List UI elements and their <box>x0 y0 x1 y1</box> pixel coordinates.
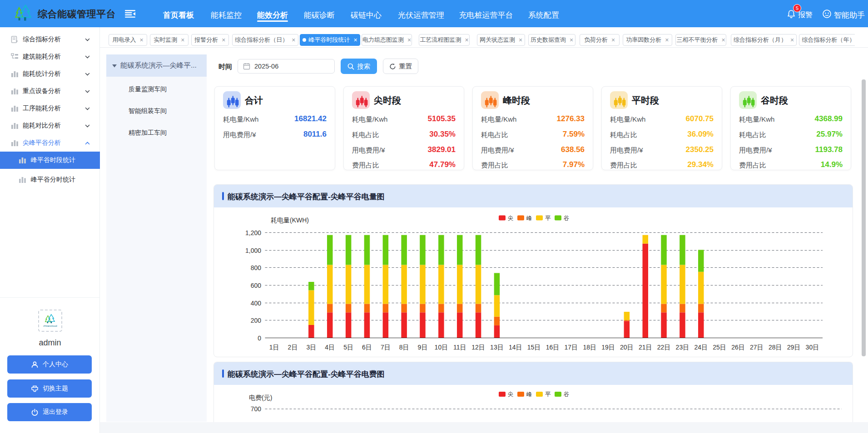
svg-text:平: 平 <box>545 215 551 221</box>
svg-text:2日: 2日 <box>288 344 298 351</box>
svg-text:15日: 15日 <box>527 344 541 351</box>
svg-text:平: 平 <box>545 391 551 398</box>
svg-text:4日: 4日 <box>325 344 335 351</box>
svg-text:28日: 28日 <box>769 344 782 351</box>
svg-text:6日: 6日 <box>362 344 372 351</box>
svg-text:26日: 26日 <box>731 344 745 351</box>
svg-text:13日: 13日 <box>490 344 504 351</box>
svg-text:23日: 23日 <box>676 344 689 351</box>
svg-text:18日: 18日 <box>583 344 596 351</box>
svg-text:22日: 22日 <box>657 344 671 351</box>
svg-text:峰: 峰 <box>526 391 532 398</box>
svg-text:29日: 29日 <box>787 344 801 351</box>
svg-text:3日: 3日 <box>307 344 317 351</box>
svg-text:700: 700 <box>251 405 262 413</box>
svg-text:25日: 25日 <box>713 344 726 351</box>
svg-text:200: 200 <box>251 317 262 324</box>
svg-text:1,200: 1,200 <box>245 229 261 236</box>
svg-text:27日: 27日 <box>750 344 764 351</box>
svg-text:1日: 1日 <box>269 344 279 351</box>
svg-text:24日: 24日 <box>694 344 708 351</box>
svg-text:12日: 12日 <box>471 344 485 351</box>
svg-text:600: 600 <box>251 282 262 289</box>
svg-text:峰: 峰 <box>526 215 532 221</box>
svg-text:800: 800 <box>251 264 262 271</box>
svg-text:19日: 19日 <box>601 344 615 351</box>
svg-text:20日: 20日 <box>620 344 634 351</box>
svg-text:7日: 7日 <box>381 344 391 351</box>
svg-text:400: 400 <box>251 300 262 307</box>
svg-text:谷: 谷 <box>564 215 570 221</box>
svg-text:14日: 14日 <box>509 344 522 351</box>
svg-text:16日: 16日 <box>546 344 560 351</box>
svg-text:17日: 17日 <box>565 344 578 351</box>
svg-text:11日: 11日 <box>453 344 466 351</box>
svg-text:1,000: 1,000 <box>245 247 261 254</box>
svg-text:尖: 尖 <box>508 391 514 398</box>
svg-text:10日: 10日 <box>435 344 448 351</box>
svg-text:9日: 9日 <box>418 344 428 351</box>
svg-text:谷: 谷 <box>564 391 570 398</box>
svg-text:0: 0 <box>258 335 261 342</box>
svg-text:30日: 30日 <box>806 344 819 351</box>
svg-text:8日: 8日 <box>399 344 409 351</box>
svg-text:尖: 尖 <box>508 215 514 221</box>
svg-text:21日: 21日 <box>639 344 652 351</box>
svg-text:电费(元): 电费(元) <box>249 394 272 401</box>
svg-text:耗电量(KWH): 耗电量(KWH) <box>271 216 309 224</box>
svg-text:5日: 5日 <box>343 344 353 351</box>
